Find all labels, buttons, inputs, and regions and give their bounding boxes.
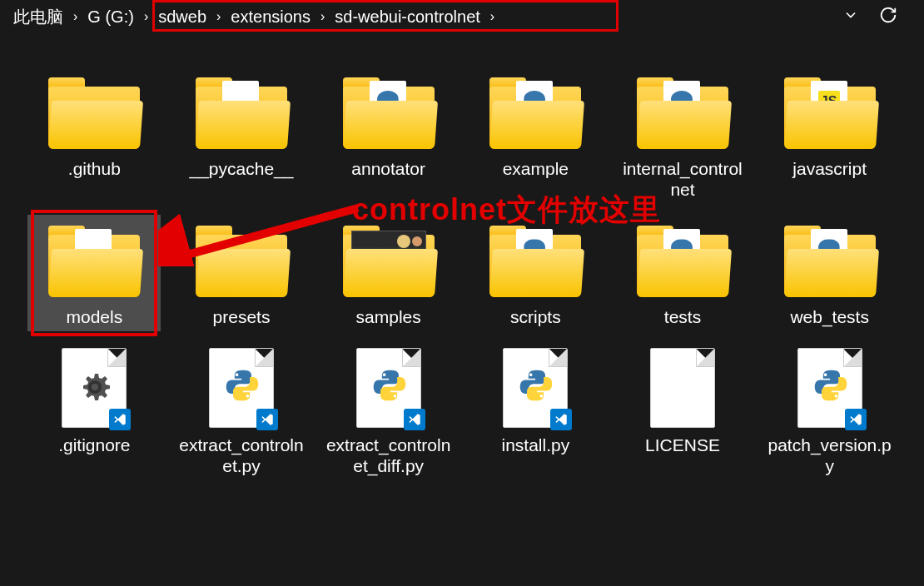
folder-item-annotator[interactable]: annotator: [322, 67, 455, 203]
folder-item-example[interactable]: example: [469, 67, 602, 203]
item-label: LICENSE: [645, 435, 720, 455]
breadcrumb-item-1[interactable]: G (G:): [84, 7, 137, 27]
folder-icon: [343, 74, 435, 149]
item-label: example: [503, 158, 569, 179]
item-icon-area: [339, 218, 439, 301]
folder-item--pycache-[interactable]: __pycache__: [175, 67, 308, 203]
item-label: extract_controlnet.py: [178, 435, 305, 476]
folder-item-tests[interactable]: tests: [616, 215, 749, 330]
item-label: web_tests: [790, 306, 869, 327]
breadcrumb-items: 此电脑 › G (G:) › sdweb › extensions › sd-w…: [10, 6, 842, 28]
vscode-badge-icon: [845, 409, 867, 430]
svg-point-3: [393, 395, 396, 398]
file-icon: [503, 348, 568, 428]
folder-item-samples[interactable]: samples: [322, 215, 455, 330]
folder-item-scripts[interactable]: scripts: [469, 215, 602, 330]
breadcrumb-separator: ›: [67, 9, 84, 24]
svg-point-4: [529, 373, 533, 376]
item-icon-area: [780, 70, 880, 153]
folder-item-models[interactable]: models: [27, 215, 161, 330]
gear-icon: [75, 367, 115, 407]
vscode-badge-icon: [109, 409, 131, 430]
svg-point-1: [246, 395, 250, 398]
python-icon: [812, 367, 849, 404]
folder-item-javascript[interactable]: javascript: [763, 67, 897, 203]
file-item-install-py[interactable]: install.py: [469, 343, 602, 479]
vscode-badge-icon: [550, 409, 572, 430]
file-item-license[interactable]: LICENSE: [616, 343, 749, 479]
folder-item--github[interactable]: .github: [27, 67, 161, 203]
item-label: annotator: [351, 158, 425, 179]
folder-icon: [48, 74, 140, 149]
svg-point-5: [540, 395, 544, 398]
breadcrumb-item-2[interactable]: sdweb: [155, 7, 210, 27]
item-label: .gitignore: [58, 435, 130, 455]
item-icon-area: [780, 346, 880, 430]
item-label: tests: [664, 306, 701, 327]
folder-item-presets[interactable]: presets: [175, 215, 308, 330]
svg-point-2: [382, 373, 385, 376]
python-icon: [224, 367, 261, 404]
breadcrumb-separator: ›: [484, 9, 501, 24]
folder-icon: [48, 222, 140, 297]
breadcrumb: 此电脑 › G (G:) › sdweb › extensions › sd-w…: [0, 0, 924, 33]
folder-item-internal-controlnet[interactable]: internal_controlnet: [616, 67, 749, 203]
refresh-icon[interactable]: [879, 6, 897, 28]
item-icon-area: [485, 218, 585, 301]
folder-icon: [489, 74, 581, 149]
folder-icon: [784, 222, 876, 297]
item-label: internal_controlnet: [619, 158, 746, 200]
item-icon-area: [44, 218, 144, 301]
file-grid: .github __pycache__ annotator example in…: [0, 33, 924, 479]
file-icon: [650, 348, 715, 428]
item-label: patch_version.py: [767, 435, 893, 476]
file-item-patch-version-py[interactable]: patch_version.py: [763, 343, 897, 479]
item-icon-area: [633, 218, 733, 301]
folder-icon: [196, 74, 287, 149]
folder-icon: [637, 222, 728, 297]
item-icon-area: [485, 346, 585, 430]
item-icon-area: [633, 346, 733, 430]
item-label: samples: [356, 306, 421, 327]
item-icon-area: [44, 346, 144, 430]
python-icon: [518, 367, 554, 404]
item-label: .github: [68, 158, 121, 179]
file-icon: [356, 348, 421, 428]
folder-icon: [784, 74, 876, 149]
folder-icon: [489, 222, 581, 297]
item-label: presets: [213, 306, 271, 327]
item-icon-area: [191, 218, 291, 301]
item-label: scripts: [510, 306, 561, 327]
item-label: javascript: [792, 158, 867, 179]
file-item--gitignore[interactable]: .gitignore: [27, 343, 161, 479]
item-label: install.py: [501, 435, 569, 455]
file-icon: [62, 348, 127, 428]
breadcrumb-item-3[interactable]: extensions: [227, 7, 314, 27]
folder-icon: [196, 222, 287, 297]
python-icon: [371, 367, 408, 404]
file-icon: [797, 348, 862, 428]
item-icon-area: [485, 70, 585, 153]
svg-point-0: [236, 373, 239, 376]
item-icon-area: [44, 70, 144, 153]
breadcrumb-separator: ›: [137, 9, 155, 24]
breadcrumb-item-4[interactable]: sd-webui-controlnet: [331, 7, 484, 27]
folder-icon: [637, 74, 728, 149]
item-icon-area: [191, 346, 291, 430]
file-item-extract-controlnet-py[interactable]: extract_controlnet.py: [175, 343, 308, 479]
svg-point-6: [823, 373, 827, 376]
item-icon-area: [633, 70, 733, 153]
toolbar-right: [842, 6, 914, 28]
file-item-extract-controlnet-diff-py[interactable]: extract_controlnet_diff.py: [322, 343, 455, 479]
breadcrumb-item-0[interactable]: 此电脑: [10, 6, 67, 28]
folder-icon: [343, 222, 435, 297]
breadcrumb-separator: ›: [210, 9, 227, 24]
item-icon-area: [780, 218, 880, 301]
folder-item-web-tests[interactable]: web_tests: [763, 215, 897, 330]
item-icon-area: [339, 346, 439, 430]
chevron-down-icon[interactable]: [842, 7, 859, 27]
breadcrumb-separator: ›: [314, 9, 331, 24]
svg-point-7: [834, 395, 837, 398]
vscode-badge-icon: [404, 409, 425, 430]
item-icon-area: [191, 70, 291, 153]
